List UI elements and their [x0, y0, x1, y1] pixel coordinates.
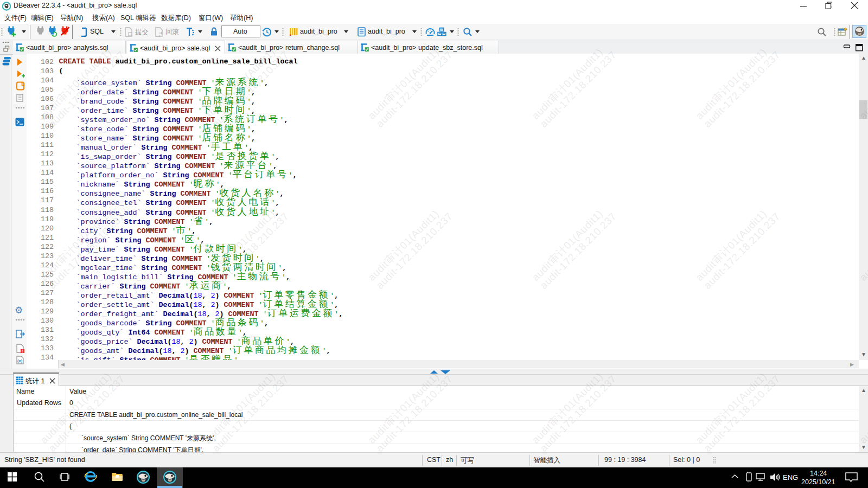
svg-text:!: !: [22, 349, 23, 353]
svg-text:(x): (x): [17, 358, 23, 363]
